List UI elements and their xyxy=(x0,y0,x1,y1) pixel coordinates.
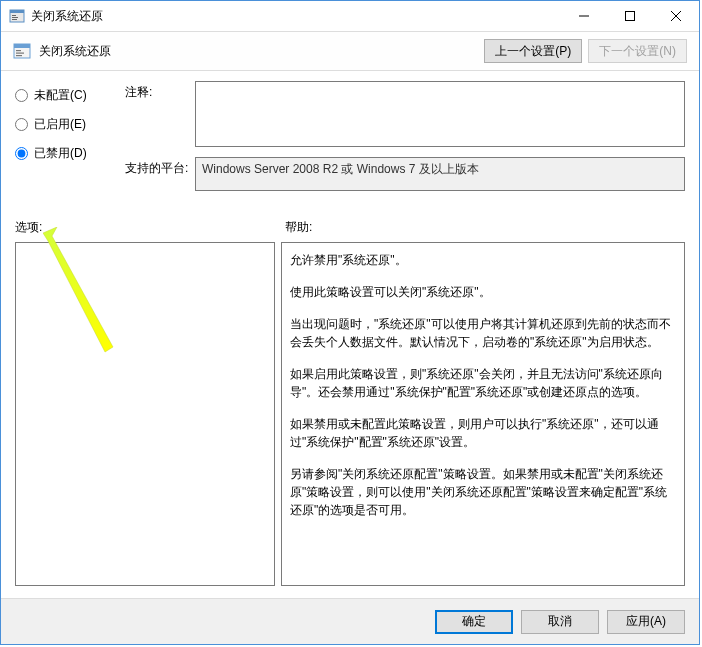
labeled-fields: 注释: 支持的平台: Windows Server 2008 R2 或 Wind… xyxy=(125,81,685,201)
lower-panes: 允许禁用"系统还原"。使用此策略设置可以关闭"系统还原"。当出现问题时，"系统还… xyxy=(15,242,685,586)
help-paragraph: 如果启用此策略设置，则"系统还原"会关闭，并且无法访问"系统还原向导"。还会禁用… xyxy=(290,365,676,401)
svg-rect-3 xyxy=(12,17,18,18)
radio-not-configured-label[interactable]: 未配置(C) xyxy=(34,87,87,104)
help-label: 帮助: xyxy=(285,219,685,236)
comment-row: 注释: xyxy=(125,81,685,147)
window-controls xyxy=(561,1,699,31)
options-pane xyxy=(15,242,275,586)
svg-rect-4 xyxy=(12,19,17,20)
header-row: 关闭系统还原 上一个设置(P) 下一个设置(N) xyxy=(1,31,699,71)
svg-rect-10 xyxy=(14,44,30,48)
help-pane: 允许禁用"系统还原"。使用此策略设置可以关闭"系统还原"。当出现问题时，"系统还… xyxy=(281,242,685,586)
ok-button[interactable]: 确定 xyxy=(435,610,513,634)
help-paragraph: 如果禁用或未配置此策略设置，则用户可以执行"系统还原"，还可以通过"系统保护"配… xyxy=(290,415,676,451)
cancel-button[interactable]: 取消 xyxy=(521,610,599,634)
prev-setting-button[interactable]: 上一个设置(P) xyxy=(484,39,582,63)
platform-label: 支持的平台: xyxy=(125,157,195,191)
top-section: 未配置(C) 已启用(E) 已禁用(D) 注释: 支持的平台: xyxy=(15,81,685,201)
platform-value: Windows Server 2008 R2 或 Windows 7 及以上版本 xyxy=(195,157,685,191)
policy-icon xyxy=(13,42,31,60)
window-icon xyxy=(9,8,25,24)
options-label: 选项: xyxy=(15,219,285,236)
help-paragraph: 允许禁用"系统还原"。 xyxy=(290,251,676,269)
footer: 确定 取消 应用(A) xyxy=(1,598,699,644)
radio-disabled-label[interactable]: 已禁用(D) xyxy=(34,145,87,162)
svg-rect-2 xyxy=(12,15,16,16)
radio-enabled[interactable]: 已启用(E) xyxy=(15,116,115,133)
svg-rect-13 xyxy=(16,55,22,56)
dialog-window: 关闭系统还原 关闭系统还原 上一个设置(P) 下一个设置(N) xyxy=(0,0,700,645)
help-paragraph: 另请参阅"关闭系统还原配置"策略设置。如果禁用或未配置"关闭系统还原"策略设置，… xyxy=(290,465,676,519)
radio-enabled-input[interactable] xyxy=(15,118,28,131)
page-title: 关闭系统还原 xyxy=(39,43,478,60)
lower-labels: 选项: 帮助: xyxy=(15,219,685,236)
comment-label: 注释: xyxy=(125,81,195,147)
close-button[interactable] xyxy=(653,1,699,31)
radio-enabled-label[interactable]: 已启用(E) xyxy=(34,116,86,133)
radio-not-configured[interactable]: 未配置(C) xyxy=(15,87,115,104)
platform-row: 支持的平台: Windows Server 2008 R2 或 Windows … xyxy=(125,157,685,191)
svg-rect-12 xyxy=(16,53,24,54)
help-paragraph: 使用此策略设置可以关闭"系统还原"。 xyxy=(290,283,676,301)
comment-input[interactable] xyxy=(195,81,685,147)
state-radio-group: 未配置(C) 已启用(E) 已禁用(D) xyxy=(15,81,115,201)
help-paragraph: 当出现问题时，"系统还原"可以使用户将其计算机还原到先前的状态而不会丢失个人数据… xyxy=(290,315,676,351)
minimize-button[interactable] xyxy=(561,1,607,31)
radio-not-configured-input[interactable] xyxy=(15,89,28,102)
maximize-button[interactable] xyxy=(607,1,653,31)
svg-rect-6 xyxy=(626,12,635,21)
radio-disabled[interactable]: 已禁用(D) xyxy=(15,145,115,162)
titlebar: 关闭系统还原 xyxy=(1,1,699,31)
window-title: 关闭系统还原 xyxy=(31,8,561,25)
content-area: 未配置(C) 已启用(E) 已禁用(D) 注释: 支持的平台: xyxy=(1,71,699,598)
next-setting-button[interactable]: 下一个设置(N) xyxy=(588,39,687,63)
svg-rect-1 xyxy=(10,10,24,13)
apply-button[interactable]: 应用(A) xyxy=(607,610,685,634)
svg-rect-11 xyxy=(16,50,21,51)
radio-disabled-input[interactable] xyxy=(15,147,28,160)
